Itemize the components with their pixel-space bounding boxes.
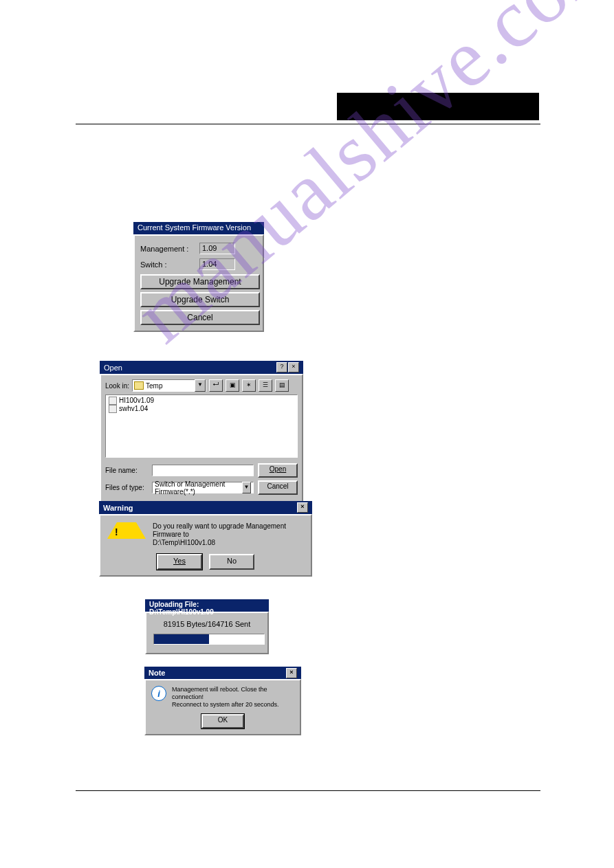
filename-label: File name: [105,467,148,474]
file-name: HI100v1.09 [119,397,154,405]
open-cancel-button[interactable]: Cancel [258,480,298,495]
management-label: Management : [140,245,195,253]
note-dialog: Note × i Management will reboot. Close t… [144,667,301,735]
lookin-label: Look in: [105,382,129,390]
desktop-icon[interactable]: ▣ [226,379,239,392]
cancel-button[interactable]: Cancel [140,310,260,325]
yes-button[interactable]: Yes [157,554,202,570]
warning-message-line2: D:\Temp\HI100v1.08 [153,539,304,547]
upgrade-switch-button[interactable]: Upgrade Switch [140,292,260,307]
details-view-icon[interactable]: ▤ [275,379,289,392]
header-black-bar [337,93,539,120]
firmware-version-dialog: Current System Firmware Version Manageme… [133,222,264,332]
firmware-dialog-title: Current System Firmware Version [133,222,264,234]
note-message-line1: Management will reboot. Close the connec… [172,686,294,701]
filename-input[interactable] [152,465,254,476]
warning-dialog: Warning × Do you really want to upgrade … [99,501,312,577]
uploading-dialog: Uploading File: D:\Temp\HI100v1.09 81915… [145,599,269,654]
filetype-label: Files of type: [105,484,148,491]
note-message-line2: Reconnect to system after 20 seconds. [172,701,294,709]
switch-label: Switch : [140,260,195,269]
switch-value-field: 1.04 [199,258,235,270]
lookin-value: Temp [146,382,162,390]
warning-dialog-title: Warning [103,504,133,512]
chevron-down-icon[interactable]: ▼ [195,379,206,392]
open-button[interactable]: Open [258,463,298,478]
help-icon[interactable]: ? [276,362,287,372]
warning-message-line1: Do you really want to upgrade Management… [153,522,304,539]
progress-bar [153,634,265,645]
no-button[interactable]: No [209,554,254,570]
management-value-field: 1.09 [199,243,235,254]
file-list-item[interactable]: swhv1.04 [109,405,294,413]
up-one-level-icon[interactable]: ⮠ [209,379,223,392]
file-name: swhv1.04 [119,405,148,413]
filetype-value: Switch or Management Firmware(*.*) [155,480,242,496]
file-list-item[interactable]: HI100v1.09 [109,397,294,405]
file-list[interactable]: HI100v1.09 swhv1.04 [105,394,298,458]
upload-status-text: 81915 Bytes/164716 Sent [153,620,261,628]
ok-button[interactable]: OK [201,714,244,728]
file-icon [109,405,117,413]
horizontal-rule-bottom [76,790,540,791]
close-icon[interactable]: × [286,668,297,678]
lookin-combo[interactable]: Temp ▼ [132,379,206,392]
chevron-down-icon[interactable]: ▼ [242,482,251,493]
list-view-icon[interactable]: ☰ [259,379,272,392]
warning-icon [107,522,146,539]
uploading-dialog-title: Uploading File: D:\Temp\HI100v1.09 [145,599,269,612]
open-file-dialog: Open ? × Look in: Temp ▼ ⮠ ▣ ✶ ☰ ▤ [100,361,303,503]
note-dialog-title: Note [149,669,165,677]
progress-bar-fill [154,634,209,644]
close-icon[interactable]: × [288,362,299,372]
new-folder-icon[interactable]: ✶ [242,379,256,392]
file-icon [109,397,117,405]
folder-icon [134,381,144,390]
info-icon: i [151,686,166,701]
filetype-combo[interactable]: Switch or Management Firmware(*.*) ▼ [152,482,254,493]
upgrade-management-button[interactable]: Upgrade Management [140,274,260,289]
close-icon[interactable]: × [297,502,308,513]
horizontal-rule-top [76,124,540,124]
open-dialog-title: Open [104,364,122,372]
